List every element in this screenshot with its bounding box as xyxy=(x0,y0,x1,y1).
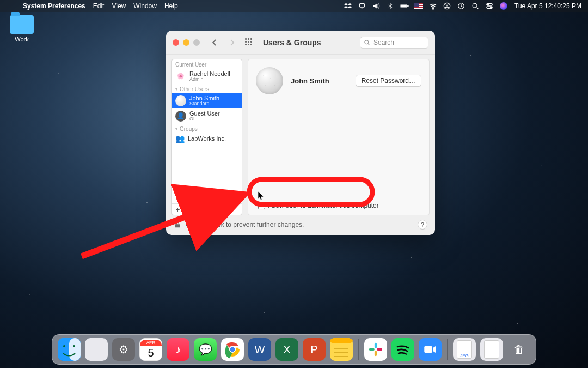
svg-point-8 xyxy=(473,3,477,8)
preferences-search-input[interactable]: Search xyxy=(360,37,428,49)
dock-app-chrome[interactable] xyxy=(221,338,244,361)
dock-app-finder[interactable] xyxy=(58,338,81,361)
dock-app-word[interactable]: W xyxy=(248,338,271,361)
window-title: Users & Groups xyxy=(263,38,321,47)
system-preferences-window: Users & Groups Search Current User 🌸 Rac… xyxy=(166,31,435,235)
unlocked-lock-icon[interactable] xyxy=(174,221,181,228)
search-icon xyxy=(364,39,370,46)
window-zoom-button xyxy=(193,39,200,46)
svg-rect-31 xyxy=(424,346,432,353)
lock-hint-text: Click the lock to prevent further change… xyxy=(186,221,304,228)
siri-icon[interactable] xyxy=(499,2,508,10)
dock-app-notes[interactable] xyxy=(330,338,353,361)
svg-rect-27 xyxy=(369,348,375,351)
input-source-flag-icon[interactable] xyxy=(414,2,423,10)
sidebar-user-current[interactable]: 🌸 Rachel NeedellAdmin xyxy=(172,69,242,84)
svg-point-12 xyxy=(491,7,492,8)
dock-app-system-preferences[interactable]: ⚙︎ xyxy=(112,338,135,361)
svg-point-11 xyxy=(487,4,488,5)
desktop: System Preferences Edit View Window Help… xyxy=(0,0,588,368)
login-options-button[interactable]: Login Options xyxy=(172,190,242,203)
sidebar-section-other-users[interactable]: ▸Other Users xyxy=(172,84,242,93)
spotlight-search-icon[interactable] xyxy=(471,2,480,10)
user-detail-pane: John Smith Reset Password… Allow user to… xyxy=(248,59,430,215)
svg-rect-26 xyxy=(375,343,377,348)
svg-rect-0 xyxy=(360,4,365,8)
user-profile-picture[interactable] xyxy=(256,67,283,94)
sidebar-group-labworks[interactable]: 👥 LabWorks Inc. xyxy=(172,133,242,144)
dock-trash[interactable]: 🗑 xyxy=(507,338,530,361)
apple-menu-icon[interactable] xyxy=(7,2,15,10)
sidebar-section-groups[interactable]: ▸Groups xyxy=(172,124,242,133)
group-icon: 👥 xyxy=(175,135,185,142)
dock-app-excel[interactable]: X xyxy=(275,338,298,361)
help-button[interactable]: ? xyxy=(418,220,427,230)
dock-app-launchpad[interactable] xyxy=(85,338,108,361)
chevron-down-icon: ▸ xyxy=(174,88,179,90)
svg-rect-2 xyxy=(408,5,409,7)
svg-point-16 xyxy=(63,345,65,347)
dock-file-generic[interactable] xyxy=(480,338,503,361)
nav-forward-button xyxy=(226,37,238,49)
dock-separator xyxy=(447,339,448,360)
svg-point-13 xyxy=(365,40,369,44)
window-minimize-button[interactable] xyxy=(183,39,189,46)
menubar: System Preferences Edit View Window Help… xyxy=(0,0,588,12)
dock-separator xyxy=(358,339,359,360)
add-user-button[interactable]: + xyxy=(172,204,184,215)
search-placeholder: Search xyxy=(373,39,394,46)
bluetooth-status-icon[interactable] xyxy=(386,2,395,10)
home-icon xyxy=(175,193,183,201)
svg-rect-22 xyxy=(330,338,353,343)
sidebar-user-john-smith[interactable]: John SmithStandard xyxy=(172,93,242,108)
user-status-icon[interactable] xyxy=(443,2,451,10)
lock-row: Click the lock to prevent further change… xyxy=(166,216,435,235)
menubar-item-edit[interactable]: Edit xyxy=(93,2,105,10)
svg-point-6 xyxy=(446,4,448,7)
dock-app-calendar[interactable]: APR5 xyxy=(139,338,162,361)
user-display-name: John Smith xyxy=(291,77,329,85)
control-center-icon[interactable] xyxy=(485,2,494,10)
reset-password-button[interactable]: Reset Password… xyxy=(356,75,421,87)
window-close-button[interactable] xyxy=(173,39,179,46)
menubar-app-name[interactable]: System Preferences xyxy=(23,2,85,10)
remove-user-button[interactable]: − xyxy=(184,204,196,215)
window-titlebar: Users & Groups Search xyxy=(166,31,435,55)
nav-back-button[interactable] xyxy=(209,37,220,49)
dock-app-slack[interactable] xyxy=(364,338,387,361)
avatar-icon: 👤 xyxy=(175,111,186,122)
dock-app-music[interactable]: ♪ xyxy=(167,338,189,361)
desktop-folder-work[interactable]: Work xyxy=(5,15,38,43)
users-sidebar: Current User 🌸 Rachel NeedellAdmin ▸Othe… xyxy=(171,59,242,215)
battery-status-icon[interactable] xyxy=(400,2,409,10)
dock-app-messages[interactable]: 💬 xyxy=(194,338,217,361)
svg-rect-28 xyxy=(375,351,377,356)
menubar-item-window[interactable]: Window xyxy=(133,2,157,10)
dock-file-jpg[interactable]: JPG xyxy=(453,338,476,361)
dock-app-zoom[interactable] xyxy=(419,338,442,361)
timemachine-status-icon[interactable] xyxy=(457,2,465,10)
menubar-item-help[interactable]: Help xyxy=(164,2,178,10)
volume-status-icon[interactable] xyxy=(372,2,381,10)
avatar-icon xyxy=(175,95,186,106)
dock-app-powerpoint[interactable]: P xyxy=(303,338,326,361)
svg-rect-15 xyxy=(69,338,81,361)
show-all-prefs-button[interactable] xyxy=(243,37,255,49)
allow-admin-label: Allow user to administer this computer xyxy=(268,202,379,209)
folder-icon xyxy=(10,15,34,34)
dock: ⚙︎ APR5 ♪ 💬 W X P JPG 🗑 xyxy=(52,334,536,365)
mouse-cursor-icon xyxy=(258,191,265,201)
dropbox-status-icon[interactable] xyxy=(344,2,352,10)
svg-rect-29 xyxy=(377,348,382,351)
sidebar-user-guest[interactable]: 👤 Guest UserOff xyxy=(172,108,242,124)
wifi-status-icon[interactable] xyxy=(428,2,437,10)
svg-point-17 xyxy=(73,345,75,347)
allow-admin-checkbox[interactable] xyxy=(258,202,265,209)
avatar-icon: 🌸 xyxy=(175,71,186,82)
allow-admin-checkbox-row[interactable]: Allow user to administer this computer xyxy=(256,202,421,209)
svg-rect-3 xyxy=(401,5,407,7)
display-status-icon[interactable] xyxy=(358,2,366,10)
menubar-datetime[interactable]: Tue Apr 5 12:40:25 PM xyxy=(514,2,581,10)
dock-app-spotify[interactable] xyxy=(391,338,414,361)
menubar-item-view[interactable]: View xyxy=(112,2,126,10)
